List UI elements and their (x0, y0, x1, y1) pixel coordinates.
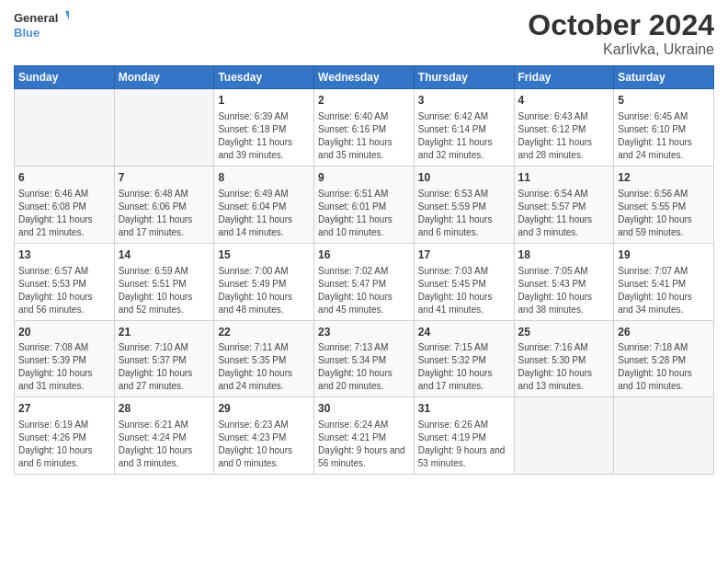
day-number: 22 (218, 325, 310, 340)
calendar-cell: 23Sunrise: 7:13 AMSunset: 5:34 PMDayligh… (314, 320, 415, 397)
calendar-cell: 30Sunrise: 6:24 AMSunset: 4:21 PMDayligh… (314, 397, 415, 475)
calendar-cell (514, 397, 614, 475)
day-info: Sunrise: 7:03 AMSunset: 5:45 PMDaylight:… (418, 265, 510, 316)
day-info: Sunrise: 7:02 AMSunset: 5:47 PMDaylight:… (318, 265, 410, 316)
calendar-cell (614, 397, 714, 475)
logo-svg: General Blue (14, 9, 69, 42)
day-info: Sunrise: 7:05 AMSunset: 5:43 PMDaylight:… (518, 265, 610, 316)
calendar-cell: 17Sunrise: 7:03 AMSunset: 5:45 PMDayligh… (414, 243, 514, 320)
day-info: Sunrise: 6:59 AMSunset: 5:51 PMDaylight:… (119, 265, 210, 316)
calendar-cell (15, 89, 115, 167)
header-monday: Monday (114, 66, 214, 89)
header-sunday: Sunday (15, 66, 115, 89)
calendar-cell (114, 89, 214, 167)
calendar-week-row: 20Sunrise: 7:08 AMSunset: 5:39 PMDayligh… (15, 320, 714, 397)
page: General Blue October 2024 Karlivka, Ukra… (0, 0, 728, 563)
svg-text:Blue: Blue (14, 26, 40, 40)
calendar-cell: 12Sunrise: 6:56 AMSunset: 5:55 PMDayligh… (614, 166, 714, 243)
calendar-cell: 8Sunrise: 6:49 AMSunset: 6:04 PMDaylight… (214, 166, 314, 243)
day-info: Sunrise: 7:07 AMSunset: 5:41 PMDaylight:… (618, 265, 710, 316)
day-info: Sunrise: 6:46 AMSunset: 6:08 PMDaylight:… (18, 188, 110, 239)
day-info: Sunrise: 7:08 AMSunset: 5:39 PMDaylight:… (18, 341, 110, 393)
calendar-cell: 11Sunrise: 6:54 AMSunset: 5:57 PMDayligh… (514, 166, 614, 243)
calendar-cell: 5Sunrise: 6:45 AMSunset: 6:10 PMDaylight… (614, 89, 714, 167)
header-thursday: Thursday (414, 66, 514, 89)
day-number: 30 (318, 401, 410, 417)
day-number: 31 (418, 401, 510, 417)
calendar-cell: 3Sunrise: 6:42 AMSunset: 6:14 PMDaylight… (414, 89, 514, 167)
day-number: 15 (218, 247, 310, 263)
day-number: 10 (418, 170, 510, 186)
day-info: Sunrise: 7:18 AMSunset: 5:28 PMDaylight:… (618, 341, 710, 393)
calendar-cell: 6Sunrise: 6:46 AMSunset: 6:08 PMDaylight… (15, 166, 115, 243)
header: General Blue October 2024 Karlivka, Ukra… (14, 9, 714, 58)
day-number: 25 (518, 325, 610, 340)
day-info: Sunrise: 6:26 AMSunset: 4:19 PMDaylight:… (418, 419, 510, 470)
day-number: 19 (618, 247, 710, 263)
day-number: 16 (318, 247, 410, 263)
day-info: Sunrise: 7:11 AMSunset: 5:35 PMDaylight:… (218, 341, 310, 393)
day-number: 29 (218, 401, 310, 417)
header-friday: Friday (514, 66, 614, 89)
calendar-week-row: 1Sunrise: 6:39 AMSunset: 6:18 PMDaylight… (15, 89, 714, 167)
calendar-cell: 14Sunrise: 6:59 AMSunset: 5:51 PMDayligh… (114, 243, 214, 320)
day-info: Sunrise: 6:45 AMSunset: 6:10 PMDaylight:… (618, 110, 710, 162)
calendar-cell: 4Sunrise: 6:43 AMSunset: 6:12 PMDaylight… (514, 89, 614, 167)
day-number: 11 (518, 170, 610, 186)
day-info: Sunrise: 6:49 AMSunset: 6:04 PMDaylight:… (218, 188, 310, 239)
day-info: Sunrise: 7:00 AMSunset: 5:49 PMDaylight:… (218, 265, 310, 316)
day-number: 18 (518, 247, 610, 263)
day-info: Sunrise: 6:48 AMSunset: 6:06 PMDaylight:… (119, 188, 210, 239)
day-number: 24 (418, 325, 510, 340)
title-block: October 2024 Karlivka, Ukraine (528, 9, 714, 58)
day-number: 28 (119, 401, 210, 417)
calendar-cell: 25Sunrise: 7:16 AMSunset: 5:30 PMDayligh… (514, 320, 614, 397)
weekday-header-row: Sunday Monday Tuesday Wednesday Thursday… (15, 66, 714, 89)
day-info: Sunrise: 7:10 AMSunset: 5:37 PMDaylight:… (119, 341, 210, 393)
calendar-cell: 28Sunrise: 6:21 AMSunset: 4:24 PMDayligh… (114, 397, 214, 475)
day-number: 2 (318, 93, 410, 109)
calendar-cell: 27Sunrise: 6:19 AMSunset: 4:26 PMDayligh… (15, 397, 115, 475)
day-info: Sunrise: 6:40 AMSunset: 6:16 PMDaylight:… (318, 110, 410, 162)
calendar-cell: 31Sunrise: 6:26 AMSunset: 4:19 PMDayligh… (414, 397, 514, 475)
calendar-cell: 7Sunrise: 6:48 AMSunset: 6:06 PMDaylight… (114, 166, 214, 243)
calendar-cell: 2Sunrise: 6:40 AMSunset: 6:16 PMDaylight… (314, 89, 415, 167)
calendar-cell: 24Sunrise: 7:15 AMSunset: 5:32 PMDayligh… (414, 320, 514, 397)
calendar-cell: 13Sunrise: 6:57 AMSunset: 5:53 PMDayligh… (15, 243, 115, 320)
day-number: 1 (218, 93, 310, 109)
calendar-cell: 10Sunrise: 6:53 AMSunset: 5:59 PMDayligh… (414, 166, 514, 243)
day-number: 6 (18, 170, 110, 186)
day-info: Sunrise: 7:16 AMSunset: 5:30 PMDaylight:… (518, 341, 610, 393)
day-number: 21 (119, 325, 210, 340)
calendar-cell: 19Sunrise: 7:07 AMSunset: 5:41 PMDayligh… (614, 243, 714, 320)
calendar-subtitle: Karlivka, Ukraine (528, 41, 714, 58)
day-info: Sunrise: 6:51 AMSunset: 6:01 PMDaylight:… (318, 188, 410, 239)
day-info: Sunrise: 6:23 AMSunset: 4:23 PMDaylight:… (218, 419, 310, 470)
day-info: Sunrise: 6:24 AMSunset: 4:21 PMDaylight:… (318, 419, 410, 470)
calendar-week-row: 13Sunrise: 6:57 AMSunset: 5:53 PMDayligh… (15, 243, 714, 320)
day-info: Sunrise: 6:54 AMSunset: 5:57 PMDaylight:… (518, 188, 610, 239)
calendar-cell: 15Sunrise: 7:00 AMSunset: 5:49 PMDayligh… (214, 243, 314, 320)
calendar-week-row: 27Sunrise: 6:19 AMSunset: 4:26 PMDayligh… (15, 397, 714, 475)
day-number: 3 (418, 93, 510, 109)
day-info: Sunrise: 6:19 AMSunset: 4:26 PMDaylight:… (18, 419, 110, 470)
svg-marker-2 (65, 11, 69, 20)
calendar-cell: 22Sunrise: 7:11 AMSunset: 5:35 PMDayligh… (214, 320, 314, 397)
calendar-week-row: 6Sunrise: 6:46 AMSunset: 6:08 PMDaylight… (15, 166, 714, 243)
day-number: 26 (618, 325, 710, 340)
day-number: 20 (18, 325, 110, 340)
calendar-cell: 26Sunrise: 7:18 AMSunset: 5:28 PMDayligh… (614, 320, 714, 397)
calendar-cell: 9Sunrise: 6:51 AMSunset: 6:01 PMDaylight… (314, 166, 415, 243)
svg-text:General: General (14, 11, 58, 25)
day-info: Sunrise: 6:53 AMSunset: 5:59 PMDaylight:… (418, 188, 510, 239)
calendar-cell: 20Sunrise: 7:08 AMSunset: 5:39 PMDayligh… (15, 320, 115, 397)
day-number: 14 (119, 247, 210, 263)
day-info: Sunrise: 6:39 AMSunset: 6:18 PMDaylight:… (218, 110, 310, 162)
day-info: Sunrise: 6:57 AMSunset: 5:53 PMDaylight:… (18, 265, 110, 316)
day-number: 23 (318, 325, 410, 340)
day-info: Sunrise: 6:56 AMSunset: 5:55 PMDaylight:… (618, 188, 710, 239)
calendar-cell: 18Sunrise: 7:05 AMSunset: 5:43 PMDayligh… (514, 243, 614, 320)
calendar-cell: 1Sunrise: 6:39 AMSunset: 6:18 PMDaylight… (214, 89, 314, 167)
header-wednesday: Wednesday (314, 66, 415, 89)
day-number: 13 (18, 247, 110, 263)
